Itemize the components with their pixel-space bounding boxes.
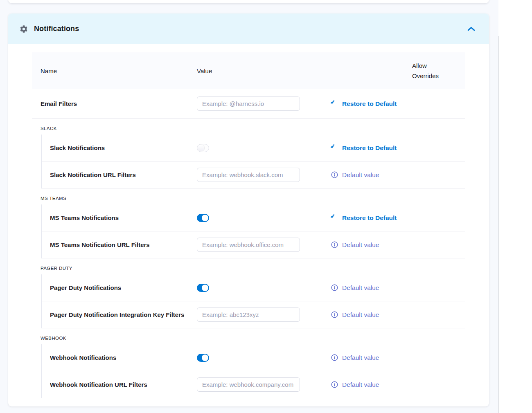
info-icon bbox=[331, 354, 338, 361]
setting-label: Webhook Notification URL Filters bbox=[42, 381, 197, 388]
group-ms-teams: MS Teams Notifications Restore to Defaul… bbox=[41, 204, 465, 258]
info-icon bbox=[331, 381, 338, 388]
notifications-settings-card: Notifications Name Value Allow Overrides… bbox=[8, 13, 489, 406]
previous-section-card-edge bbox=[8, 0, 489, 3]
gear-icon bbox=[19, 25, 28, 34]
info-icon bbox=[331, 241, 338, 249]
vertical-divider bbox=[498, 36, 499, 413]
restore-icon bbox=[331, 100, 338, 108]
table-row-pager-duty-key-filters: Pager Duty Notification Integration Key … bbox=[42, 301, 465, 328]
collapse-section-button[interactable] bbox=[466, 25, 477, 33]
default-value-indicator[interactable]: Default value bbox=[331, 381, 465, 388]
toggle-knob bbox=[202, 285, 208, 291]
table-row-ms-teams-url-filters: MS Teams Notification URL Filters Defaul… bbox=[42, 231, 465, 258]
email-filters-input[interactable] bbox=[197, 97, 300, 111]
default-value-indicator[interactable]: Default value bbox=[331, 311, 465, 319]
group-label-pager-duty: PAGER DUTY bbox=[32, 266, 465, 271]
default-value-indicator[interactable]: Default value bbox=[331, 354, 465, 361]
table-row-slack-notifications: Slack Notifications Restore to Default bbox=[42, 135, 465, 162]
restore-to-default-link[interactable]: Restore to Default bbox=[331, 214, 465, 222]
column-header-allow-overrides: Allow Overrides bbox=[412, 61, 446, 81]
group-pager-duty: Pager Duty Notifications Default value P… bbox=[41, 274, 465, 328]
table-header-row: Name Value Allow Overrides bbox=[32, 52, 465, 89]
default-value-indicator[interactable]: Default value bbox=[331, 241, 465, 249]
group-webhook: Webhook Notifications Default value Webh… bbox=[41, 344, 465, 398]
restore-to-default-link[interactable]: Restore to Default bbox=[331, 100, 465, 108]
default-value-indicator[interactable]: Default value bbox=[331, 284, 465, 292]
table-row-email-filters: Email Filters Restore to Default bbox=[32, 89, 465, 119]
table-row-webhook-url-filters: Webhook Notification URL Filters Default… bbox=[42, 371, 465, 398]
table-row-ms-teams-notifications: MS Teams Notifications Restore to Defaul… bbox=[42, 204, 465, 231]
ms-teams-notifications-toggle[interactable] bbox=[197, 214, 209, 222]
info-icon bbox=[331, 284, 338, 292]
pager-duty-notifications-toggle[interactable] bbox=[197, 284, 209, 292]
group-label-slack: SLACK bbox=[32, 126, 465, 131]
setting-label: Email Filters bbox=[32, 100, 197, 107]
ms-teams-url-filters-input[interactable] bbox=[197, 238, 300, 252]
toggle-knob bbox=[202, 355, 208, 361]
setting-label: Slack Notification URL Filters bbox=[42, 171, 197, 178]
setting-label: MS Teams Notification URL Filters bbox=[42, 241, 197, 248]
group-label-webhook: WEBHOOK bbox=[32, 336, 465, 341]
webhook-notifications-toggle[interactable] bbox=[197, 354, 209, 362]
setting-label: Webhook Notifications bbox=[42, 354, 197, 361]
toggle-knob bbox=[202, 215, 208, 221]
webhook-url-filters-input[interactable] bbox=[197, 377, 300, 392]
section-title: Notifications bbox=[34, 25, 79, 33]
group-slack: Slack Notifications Restore to Default S… bbox=[41, 135, 465, 189]
column-header-value: Value bbox=[197, 67, 412, 74]
restore-icon bbox=[331, 144, 338, 152]
info-icon bbox=[331, 171, 338, 179]
slack-url-filters-input[interactable] bbox=[197, 168, 300, 182]
right-panel bbox=[498, 0, 532, 413]
setting-label: Pager Duty Notification Integration Key … bbox=[42, 311, 197, 318]
info-icon bbox=[331, 311, 338, 319]
toggle-knob bbox=[198, 145, 204, 151]
restore-to-default-link[interactable]: Restore to Default bbox=[331, 144, 465, 152]
setting-label: MS Teams Notifications bbox=[42, 214, 197, 221]
table-row-pager-duty-notifications: Pager Duty Notifications Default value bbox=[42, 274, 465, 301]
chevron-up-icon bbox=[467, 26, 475, 31]
table-row-webhook-notifications: Webhook Notifications Default value bbox=[42, 344, 465, 371]
notifications-card-header: Notifications bbox=[8, 13, 489, 44]
table-row-slack-url-filters: Slack Notification URL Filters Default v… bbox=[42, 162, 465, 189]
pager-duty-key-filters-input[interactable] bbox=[197, 308, 300, 322]
restore-icon bbox=[331, 214, 338, 222]
default-value-indicator[interactable]: Default value bbox=[331, 171, 465, 179]
group-label-ms-teams: MS TEAMS bbox=[32, 196, 465, 201]
settings-table: Name Value Allow Overrides Email Filters… bbox=[32, 52, 465, 398]
column-header-name: Name bbox=[32, 67, 197, 74]
slack-notifications-toggle[interactable] bbox=[197, 144, 209, 152]
setting-label: Pager Duty Notifications bbox=[42, 284, 197, 291]
setting-label: Slack Notifications bbox=[42, 144, 197, 151]
